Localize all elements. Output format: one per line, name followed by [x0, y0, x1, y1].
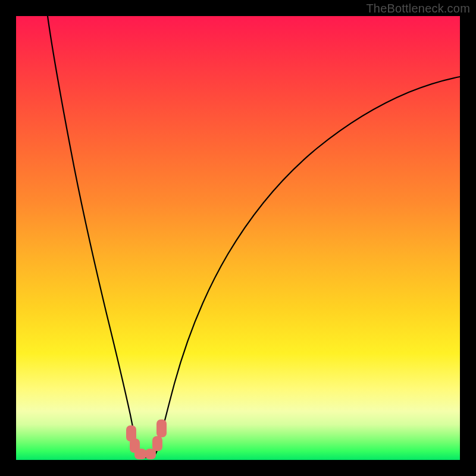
bottleneck-curve-path [48, 16, 460, 458]
svg-rect-4 [152, 436, 162, 451]
minimum-markers [126, 419, 167, 459]
plot-frame [16, 16, 460, 460]
bottleneck-curve [16, 16, 460, 460]
chart-stage: TheBottleneck.com [0, 0, 476, 476]
watermark-source: TheBottleneck.com [366, 2, 470, 15]
svg-rect-2 [134, 449, 146, 459]
svg-rect-5 [156, 419, 167, 437]
